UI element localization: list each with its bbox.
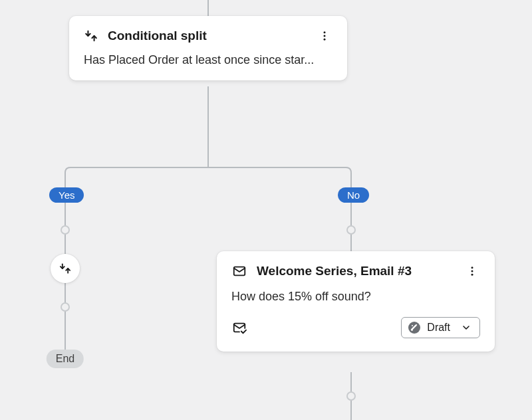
split-card-title: Conditional split (108, 29, 307, 43)
split-icon (84, 29, 98, 43)
svg-point-11 (471, 274, 473, 276)
svg-point-10 (471, 270, 473, 272)
svg-point-7 (324, 39, 326, 41)
split-icon (59, 262, 72, 275)
branch-end-pill: End (47, 350, 84, 368)
split-card-description: Has Placed Order at least once since sta… (84, 53, 332, 67)
status-dot-icon (408, 322, 420, 334)
email-card[interactable]: Welcome Series, Email #3 How does 15% of… (217, 251, 495, 352)
connector-ring (61, 225, 70, 235)
connector-ring (61, 302, 70, 312)
chevron-down-icon (461, 322, 471, 333)
svg-point-9 (471, 266, 473, 268)
email-card-title: Welcome Series, Email #3 (257, 264, 455, 278)
mail-icon (231, 264, 247, 278)
connector-ring (346, 225, 356, 235)
conditional-split-card[interactable]: Conditional split Has Placed Order at le… (69, 16, 347, 80)
branch-no-pill: No (338, 187, 369, 203)
split-card-menu-button[interactable] (317, 28, 332, 44)
email-card-subject: How does 15% off sound? (231, 290, 480, 304)
svg-point-6 (324, 35, 326, 37)
more-vertical-icon (466, 265, 478, 277)
mail-check-icon[interactable] (231, 320, 247, 335)
connector-ring (346, 391, 356, 401)
svg-point-5 (324, 31, 326, 33)
branch-yes-pill: Yes (49, 187, 84, 203)
status-label: Draft (427, 322, 450, 334)
split-mini-node[interactable] (51, 254, 80, 283)
svg-point-12 (411, 329, 413, 331)
email-card-menu-button[interactable] (464, 263, 480, 279)
more-vertical-icon (319, 30, 331, 42)
status-dropdown[interactable]: Draft (401, 317, 480, 338)
